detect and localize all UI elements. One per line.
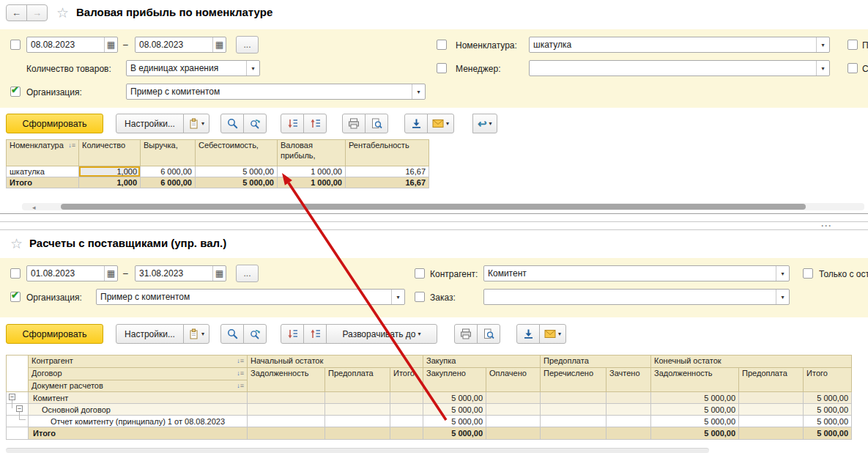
col-header-revenue[interactable]: Выручка, bbox=[141, 140, 196, 166]
col-header-debt-close[interactable]: Задолженность bbox=[651, 367, 739, 392]
group-header-closing-balance[interactable]: Конечный остаток bbox=[651, 356, 852, 368]
nomenclature-checkbox[interactable] bbox=[437, 40, 447, 50]
cell-quantity[interactable]: 1,000 bbox=[79, 177, 141, 188]
panel1-right-checkbox2[interactable] bbox=[847, 63, 858, 73]
chevron-down-icon[interactable]: ▾ bbox=[391, 290, 404, 304]
cell-cost[interactable]: 5 000,00 bbox=[196, 177, 278, 188]
cell-value[interactable] bbox=[390, 392, 423, 404]
cell-value[interactable]: 5 000,00 bbox=[423, 392, 486, 404]
cell-value[interactable] bbox=[486, 416, 541, 427]
cell-value[interactable]: 5 000,00 bbox=[651, 392, 739, 404]
cell-value[interactable] bbox=[607, 404, 651, 416]
col-header-nomenclature[interactable]: ↓≡Номенклатура bbox=[7, 140, 79, 166]
favorite-star-icon[interactable]: ☆ bbox=[56, 6, 69, 20]
cell-label[interactable]: Комитент bbox=[29, 392, 248, 404]
cell-value[interactable] bbox=[739, 404, 804, 416]
cell-revenue[interactable]: 6 000,00 bbox=[141, 166, 196, 177]
cell-name[interactable]: шкатулка bbox=[7, 166, 79, 177]
cell-value[interactable] bbox=[325, 392, 390, 404]
save-button[interactable] bbox=[404, 114, 428, 133]
chevron-down-icon[interactable]: ▾ bbox=[816, 37, 829, 52]
cell-value[interactable]: 5 000,00 bbox=[423, 427, 486, 440]
chevron-down-icon[interactable]: ▾ bbox=[246, 61, 259, 76]
cell-value[interactable] bbox=[541, 392, 607, 404]
panel1-date-to-field[interactable]: 08.08.2023 ▦ bbox=[135, 37, 226, 53]
cell-margin[interactable]: 16,67 bbox=[346, 177, 429, 188]
cell-value[interactable] bbox=[248, 404, 325, 416]
panel1-right-checkbox1[interactable] bbox=[847, 40, 858, 50]
settings-button[interactable]: Настройки... bbox=[116, 324, 184, 344]
cell-value[interactable] bbox=[739, 392, 804, 404]
send-mail-button[interactable]: ▾ bbox=[539, 324, 566, 344]
cell-quantity-selected[interactable]: 1,000 bbox=[79, 166, 141, 177]
cell-cost[interactable]: 5 000,00 bbox=[196, 166, 278, 177]
calendar-icon[interactable]: ▦ bbox=[212, 37, 226, 52]
tree-collapse-toggle[interactable]: − bbox=[16, 405, 23, 412]
cell-name[interactable]: Итого bbox=[7, 177, 79, 188]
cell-value[interactable]: 5 000,00 bbox=[651, 427, 739, 440]
cell-value[interactable]: 5 000,00 bbox=[804, 427, 852, 440]
cell-value[interactable] bbox=[248, 427, 325, 440]
favorite-star-icon[interactable]: ☆ bbox=[10, 237, 23, 251]
tree-collapse-toggle[interactable]: − bbox=[9, 394, 15, 400]
panel1-org-checkbox[interactable]: ✔ bbox=[10, 86, 21, 97]
col-header-contract[interactable]: ↓≡Договор bbox=[29, 367, 248, 380]
cell-margin[interactable]: 16,67 bbox=[346, 166, 429, 177]
splitter-handle[interactable]: ⋯ bbox=[820, 219, 832, 232]
col-header-total-close[interactable]: Итого bbox=[804, 367, 852, 392]
cell-value[interactable] bbox=[486, 404, 541, 416]
back-button[interactable]: ← bbox=[6, 4, 27, 21]
col-header-settlement-document[interactable]: ↓≡Документ расчетов bbox=[29, 380, 248, 392]
print-button[interactable] bbox=[454, 324, 478, 344]
cell-revenue[interactable]: 6 000,00 bbox=[141, 177, 196, 188]
cell-profit[interactable]: 1 000,00 bbox=[278, 166, 346, 177]
settings-button[interactable]: Настройки... bbox=[116, 114, 184, 133]
panel2-date-from-field[interactable]: 01.08.2023 ▦ bbox=[26, 265, 118, 281]
panel1-org-select[interactable]: Пример с комитентом ▾ bbox=[126, 84, 426, 100]
panel1-generate-button[interactable]: Сформировать bbox=[6, 114, 103, 133]
search-button[interactable] bbox=[220, 114, 244, 133]
nomenclature-field[interactable]: шкатулка ▾ bbox=[529, 37, 830, 53]
calendar-icon[interactable]: ▦ bbox=[104, 266, 117, 281]
panel2-period-checkbox[interactable] bbox=[10, 268, 21, 279]
col-header-purchased[interactable]: Закуплено bbox=[423, 367, 486, 392]
cell-value[interactable] bbox=[486, 392, 541, 404]
cell-value[interactable]: 5 000,00 bbox=[651, 416, 739, 427]
cell-value[interactable] bbox=[739, 427, 804, 440]
settings-variant-button[interactable]: ▾ bbox=[183, 114, 209, 133]
group-header-opening-balance[interactable]: Начальный остаток bbox=[248, 356, 423, 368]
panel2-org-checkbox[interactable]: ✔ bbox=[10, 292, 21, 302]
cell-value[interactable] bbox=[325, 404, 390, 416]
manager-checkbox[interactable] bbox=[437, 63, 447, 73]
contractor-checkbox[interactable] bbox=[415, 268, 425, 279]
calendar-icon[interactable]: ▦ bbox=[212, 266, 226, 281]
cell-value[interactable]: 5 000,00 bbox=[804, 392, 852, 404]
settings-variant-button[interactable]: ▾ bbox=[183, 324, 209, 344]
cell-value[interactable] bbox=[390, 427, 423, 440]
col-header-quantity[interactable]: Количество bbox=[79, 140, 141, 166]
panel2-hscrollbar[interactable] bbox=[6, 448, 709, 453]
chevron-down-icon[interactable]: ▾ bbox=[412, 84, 425, 99]
cell-value[interactable] bbox=[541, 404, 607, 416]
collapse-groups-button[interactable] bbox=[281, 114, 304, 133]
cell-value[interactable] bbox=[325, 427, 390, 440]
search-next-button[interactable] bbox=[243, 324, 267, 344]
calendar-icon[interactable]: ▦ bbox=[104, 37, 117, 52]
order-checkbox[interactable] bbox=[415, 292, 425, 302]
send-mail-button[interactable]: ▾ bbox=[427, 114, 454, 133]
print-preview-button[interactable] bbox=[365, 114, 388, 133]
search-button[interactable] bbox=[220, 324, 244, 344]
panel1-hscrollbar-thumb[interactable] bbox=[61, 204, 806, 210]
col-header-prepay-close[interactable]: Предоплата bbox=[739, 367, 804, 392]
cell-value[interactable] bbox=[607, 392, 651, 404]
panel1-period-checkbox[interactable] bbox=[10, 40, 21, 50]
panel2-date-to-field[interactable]: 31.08.2023 ▦ bbox=[135, 265, 226, 281]
cell-value[interactable] bbox=[390, 404, 423, 416]
expand-groups-button[interactable] bbox=[303, 114, 327, 133]
panel2-org-select[interactable]: Пример с комитентом ▾ bbox=[96, 289, 405, 305]
col-header-profit[interactable]: Валовая прибыль, bbox=[278, 140, 346, 166]
col-header-paid[interactable]: Оплачено bbox=[486, 367, 541, 392]
cell-profit[interactable]: 1 000,00 bbox=[278, 177, 346, 188]
cell-value[interactable] bbox=[739, 416, 804, 427]
chevron-down-icon[interactable]: ▾ bbox=[776, 266, 789, 281]
